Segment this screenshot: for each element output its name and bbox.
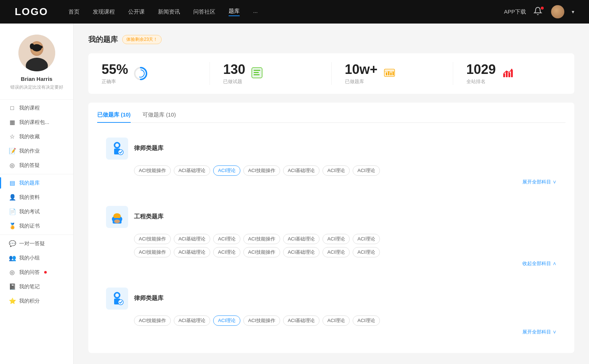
tab-done-banks[interactable]: 已做题库 (10) (97, 111, 131, 123)
qbank-tag-2-4[interactable]: ACI基础理论 (283, 234, 320, 244)
qbank-tag-3-0[interactable]: ACI技能操作 (134, 315, 171, 326)
sidebar-divider-1 (0, 99, 73, 100)
trial-badge: 体验剩余23天！ (122, 35, 162, 44)
nav-discover[interactable]: 发现课程 (93, 8, 115, 15)
sidebar-item-homework-label: 我的作业 (19, 148, 40, 154)
sidebar-item-notes[interactable]: 📓 我的笔记 (0, 279, 73, 294)
qbank-tag-1-4[interactable]: ACI基础理论 (283, 165, 320, 176)
qbank-tag-1-0[interactable]: ACI技能操作 (134, 165, 171, 176)
qbank-tag-2-0[interactable]: ACI技能操作 (134, 234, 171, 244)
nav-open-course[interactable]: 公开课 (128, 8, 145, 15)
qbank-header-3: 律师类题库 (106, 288, 557, 310)
points-icon: ⭐ (9, 297, 15, 304)
tab-available-banks[interactable]: 可做题库 (10) (142, 111, 176, 123)
user-name: Brian Harris (21, 76, 53, 82)
sidebar-item-group[interactable]: 👥 我的小组 (0, 251, 73, 265)
qbank-tag-2-6[interactable]: ACI理论 (353, 234, 380, 244)
stat-done-questions-label: 已做试题 (223, 78, 245, 85)
app-download-button[interactable]: APP下载 (504, 8, 526, 15)
qbank-tag-2-r2-2[interactable]: ACI理论 (213, 247, 240, 257)
qbank-tag-2-2[interactable]: ACI理论 (213, 234, 240, 244)
qbank-tag-3-6[interactable]: ACI理论 (353, 315, 380, 326)
svg-rect-18 (390, 72, 392, 75)
user-menu-chevron-icon[interactable]: ▾ (572, 9, 574, 15)
qbank-tag-2-5[interactable]: ACI理论 (322, 234, 350, 244)
sidebar-item-exam[interactable]: 📄 我的考试 (0, 204, 73, 219)
qbank-card-2: 工程类题库 ACI技能操作 ACI基础理论 ACI理论 ACI技能操作 ACI基… (97, 199, 565, 274)
sidebar-divider-3 (0, 235, 73, 235)
qbank-tag-2-r2-4[interactable]: ACI基础理论 (283, 247, 320, 257)
question-bank-icon: ▤ (9, 179, 15, 186)
stat-accuracy-value: 55% (102, 62, 128, 77)
group-icon: 👥 (9, 254, 15, 261)
qbank-title-2: 工程类题库 (134, 213, 163, 221)
sidebar-item-qa[interactable]: ◎ 我的答疑 (0, 158, 73, 172)
qbank-tag-2-r2-5[interactable]: ACI理论 (322, 247, 350, 257)
svg-rect-19 (392, 72, 394, 75)
navbar: LOGO 首页 发现课程 公开课 新闻资讯 问答社区 题库 ··· APP下载 … (0, 0, 589, 24)
svg-rect-23 (511, 70, 513, 77)
nav-news[interactable]: 新闻资讯 (158, 8, 180, 15)
qbank-tag-3-4[interactable]: ACI基础理论 (283, 315, 320, 326)
notification-bell-button[interactable] (533, 7, 544, 17)
qbank-tag-3-5[interactable]: ACI理论 (322, 315, 350, 326)
page-body: Brian Harris 错误的决定比没有决定要好 □ 我的课程 ▦ 我的课程包… (0, 24, 589, 364)
sidebar-item-favorites[interactable]: ☆ 我的收藏 (0, 129, 73, 144)
sidebar-item-certificate[interactable]: 🏅 我的证书 (0, 219, 73, 233)
stat-rank-icon (501, 66, 516, 81)
svg-point-34 (114, 220, 120, 223)
qbank-tag-1-5[interactable]: ACI理论 (322, 165, 350, 176)
qbank-icon-1 (106, 138, 128, 160)
certificate-icon: 🏅 (9, 222, 15, 229)
stat-rank-value: 1029 (466, 62, 496, 77)
qbank-tag-3-1[interactable]: ACI基础理论 (174, 315, 211, 326)
qbank-expand-3[interactable]: 展开全部科目 ∨ (106, 329, 557, 335)
qbank-icon-3 (106, 288, 128, 310)
qbank-tag-2-r2-1[interactable]: ACI基础理论 (174, 247, 211, 257)
user-avatar[interactable] (551, 5, 564, 18)
qbank-tag-2-r2-6[interactable]: ACI理论 (353, 247, 380, 257)
qbank-tag-3-2[interactable]: ACI理论 (213, 315, 240, 326)
qbank-expand-1[interactable]: 展开全部科目 ∨ (106, 179, 557, 185)
sidebar-item-homework[interactable]: 📝 我的作业 (0, 144, 73, 158)
qbank-tag-1-1[interactable]: ACI基础理论 (174, 165, 211, 176)
svg-point-6 (30, 43, 34, 49)
svg-rect-22 (508, 73, 510, 77)
sidebar-item-group-label: 我的小组 (19, 255, 40, 261)
qbank-tags-3: ACI技能操作 ACI基础理论 ACI理论 ACI技能操作 ACI基础理论 AC… (106, 315, 557, 326)
stat-done-banks-text: 10w+ 已做题库 (345, 62, 378, 85)
sidebar-item-question-bank[interactable]: ▤ 我的题库 (0, 176, 73, 190)
qbank-tag-2-1[interactable]: ACI基础理论 (174, 234, 211, 244)
nav-home[interactable]: 首页 (68, 8, 80, 15)
svg-point-9 (137, 70, 144, 77)
qbank-tag-1-2[interactable]: ACI理论 (213, 165, 240, 176)
qbank-tag-2-3[interactable]: ACI技能操作 (243, 234, 280, 244)
sidebar-item-my-qa[interactable]: ◎ 我的问答 (0, 265, 73, 279)
sidebar-item-1on1[interactable]: 💬 一对一答疑 (0, 236, 73, 251)
main-content-area: 我的题库 体验剩余23天！ 55% 正确率 (74, 24, 589, 364)
sidebar-item-course-pack[interactable]: ▦ 我的课程包... (0, 115, 73, 129)
qbank-tag-2-r2-0[interactable]: ACI技能操作 (134, 247, 171, 257)
nav-question-bank[interactable]: 题库 (229, 8, 240, 16)
qbank-tags-2-row1: ACI技能操作 ACI基础理论 ACI理论 ACI技能操作 ACI基础理论 AC… (106, 234, 557, 244)
my-qa-icon: ◎ (9, 269, 15, 276)
qbank-tag-1-6[interactable]: ACI理论 (353, 165, 380, 176)
profile-avatar-image (18, 35, 55, 71)
nav-right-area: APP下载 ▾ (504, 5, 574, 18)
qbank-collapse-2[interactable]: 收起全部科目 ∧ (106, 260, 557, 267)
stat-done-questions-value: 130 (223, 62, 245, 77)
page-title: 我的题库 (88, 35, 118, 44)
qbank-tag-2-r2-3[interactable]: ACI技能操作 (243, 247, 280, 257)
page-title-row: 我的题库 体验剩余23天！ (88, 35, 574, 44)
nav-qa[interactable]: 问答社区 (193, 8, 215, 15)
sidebar-item-points[interactable]: ⭐ 我的积分 (0, 294, 73, 308)
sidebar-item-my-qa-label: 我的问答 (19, 269, 40, 276)
sidebar-item-certificate-label: 我的证书 (19, 223, 40, 229)
qbank-tag-3-3[interactable]: ACI技能操作 (243, 315, 280, 326)
sidebar-item-my-course[interactable]: □ 我的课程 (0, 101, 73, 115)
nav-more[interactable]: ··· (253, 9, 258, 15)
svg-rect-11 (254, 70, 260, 71)
qbank-header-1: 律师类题库 (106, 138, 557, 160)
sidebar-item-profile[interactable]: 👤 我的资料 (0, 190, 73, 204)
qbank-tag-1-3[interactable]: ACI技能操作 (243, 165, 280, 176)
